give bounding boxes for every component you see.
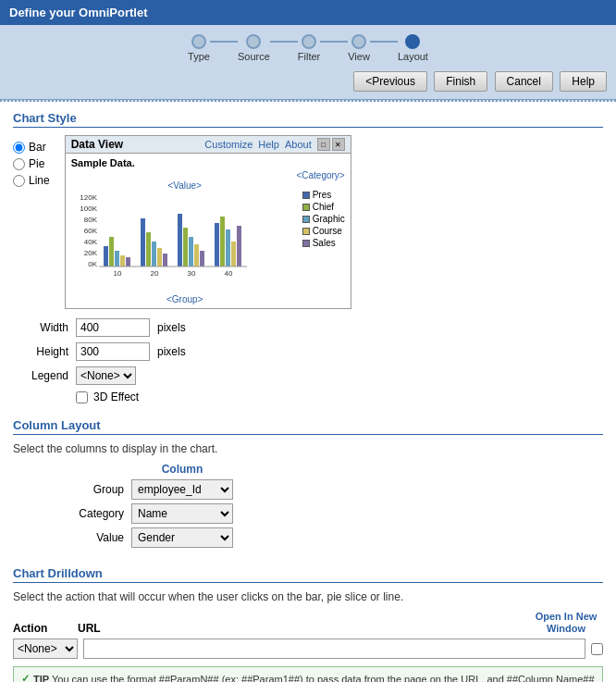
effect3d-checkbox[interactable] bbox=[76, 391, 88, 403]
legend-graphic: Graphic bbox=[302, 214, 345, 224]
step-source-circle bbox=[246, 34, 261, 49]
chart-legend: Pres Chief Graphic bbox=[302, 180, 345, 304]
radio-pie[interactable] bbox=[13, 158, 25, 170]
effect3d-label: 3D Effect bbox=[93, 391, 139, 403]
legend-graphic-label: Graphic bbox=[313, 214, 345, 224]
svg-text:120K: 120K bbox=[80, 193, 97, 202]
step-line-3 bbox=[320, 41, 348, 43]
column-header: Column bbox=[124, 463, 240, 476]
group-label-text: Group bbox=[68, 483, 124, 496]
cancel-button-top[interactable]: Cancel bbox=[495, 71, 553, 92]
svg-text:60K: 60K bbox=[83, 227, 97, 235]
legend-chief-label: Chief bbox=[313, 202, 334, 212]
svg-rect-13 bbox=[146, 232, 151, 267]
value-select[interactable]: employee_Id Name Gender Dept bbox=[131, 527, 233, 548]
step-filter-circle bbox=[302, 34, 316, 49]
step-layout[interactable]: Layout bbox=[398, 34, 428, 62]
svg-text:10: 10 bbox=[113, 269, 121, 278]
svg-rect-8 bbox=[109, 237, 114, 267]
tip-check-icon: ✓ bbox=[21, 673, 30, 682]
drilldown-url-input[interactable] bbox=[83, 639, 585, 659]
svg-text:40: 40 bbox=[224, 269, 232, 278]
value-label: <Value> bbox=[71, 180, 299, 191]
drilldown-header: Chart Drilldown bbox=[13, 566, 603, 583]
legend-select[interactable]: <None> Top Bottom Left Right bbox=[76, 366, 136, 385]
radio-bar-text: Bar bbox=[29, 141, 46, 154]
drilldown-row: <None> bbox=[13, 639, 603, 659]
radio-pie-text: Pie bbox=[29, 157, 44, 170]
close-icon[interactable]: ✕ bbox=[332, 138, 345, 151]
svg-rect-10 bbox=[120, 255, 125, 267]
radio-line-label[interactable]: Line bbox=[13, 174, 50, 187]
about-link[interactable]: About bbox=[285, 139, 312, 150]
chart-settings: Width pixels Height pixels Legend <None>… bbox=[13, 318, 603, 403]
group-select[interactable]: employee_Id Name Gender Dept bbox=[131, 479, 233, 500]
category-row: Category employee_Id Name Gender Dept bbox=[68, 503, 240, 524]
svg-rect-26 bbox=[237, 226, 241, 267]
help-link[interactable]: Help bbox=[258, 139, 279, 150]
column-layout-header: Column Layout bbox=[13, 418, 603, 435]
svg-rect-23 bbox=[220, 217, 225, 267]
radio-pie-label[interactable]: Pie bbox=[13, 157, 50, 170]
drilldown-action-select[interactable]: <None> bbox=[13, 639, 78, 659]
step-line-4 bbox=[370, 41, 398, 43]
chart-canvas: <Value> 120K 100K 80K 60K 40K 20K 0K bbox=[71, 180, 299, 304]
effect3d-row: 3D Effect bbox=[13, 391, 603, 403]
legend-pres: Pres bbox=[302, 190, 345, 200]
svg-text:40K: 40K bbox=[83, 238, 97, 246]
sample-data-title: Sample Data. bbox=[71, 157, 345, 168]
width-unit: pixels bbox=[157, 321, 186, 334]
chart-svg: 120K 100K 80K 60K 40K 20K 0K bbox=[71, 191, 275, 292]
data-view-links: Customize Help About bbox=[204, 139, 311, 150]
width-input[interactable] bbox=[76, 318, 150, 337]
step-layout-label: Layout bbox=[398, 51, 428, 62]
step-view-circle bbox=[351, 34, 366, 49]
radio-line[interactable] bbox=[13, 175, 25, 187]
legend-label: Legend bbox=[13, 369, 68, 382]
legend-graphic-box bbox=[302, 216, 310, 223]
customize-link[interactable]: Customize bbox=[204, 139, 253, 150]
radio-bar-label[interactable]: Bar bbox=[13, 141, 50, 154]
tip-box: ✓ TIP You can use the format ##ParamN## … bbox=[13, 666, 603, 682]
drilldown-window-header: Open In New Window bbox=[529, 611, 603, 635]
step-filter[interactable]: Filter bbox=[298, 34, 320, 62]
title-bar: Define your OmniPortlet bbox=[0, 0, 616, 25]
help-button-top[interactable]: Help bbox=[560, 71, 607, 92]
svg-rect-16 bbox=[163, 254, 167, 267]
value-row: Value employee_Id Name Gender Dept bbox=[68, 527, 240, 548]
tip-text: TIP You can use the format ##ParamN## (e… bbox=[33, 673, 595, 682]
drilldown-table-header: Action URL Open In New Window bbox=[13, 611, 603, 635]
svg-text:20K: 20K bbox=[83, 249, 97, 257]
title-text: Define your OmniPortlet bbox=[9, 6, 148, 19]
drilldown-desc: Select the action that will occur when t… bbox=[13, 590, 603, 603]
step-source[interactable]: Source bbox=[238, 34, 270, 62]
svg-rect-14 bbox=[152, 242, 156, 267]
category-label: <Category> bbox=[71, 170, 345, 180]
data-view-icons: □ ✕ bbox=[317, 138, 345, 151]
finish-button-top[interactable]: Finish bbox=[434, 71, 487, 92]
chart-style-header: Chart Style bbox=[13, 111, 603, 128]
drilldown-action-header: Action bbox=[13, 622, 78, 635]
height-row: Height pixels bbox=[13, 342, 603, 361]
category-select[interactable]: employee_Id Name Gender Dept bbox=[131, 503, 233, 524]
pin-icon[interactable]: □ bbox=[317, 138, 330, 151]
category-label-text: Category bbox=[68, 507, 124, 520]
svg-rect-17 bbox=[178, 214, 182, 267]
legend-sales-label: Sales bbox=[313, 238, 336, 248]
svg-rect-25 bbox=[231, 242, 236, 267]
previous-button-top[interactable]: <Previous bbox=[353, 71, 427, 92]
svg-rect-12 bbox=[141, 218, 145, 267]
svg-rect-9 bbox=[115, 251, 119, 267]
step-view[interactable]: View bbox=[348, 34, 370, 62]
step-type[interactable]: Type bbox=[188, 34, 210, 62]
legend-pres-box bbox=[302, 192, 310, 199]
group-row: Group employee_Id Name Gender Dept bbox=[68, 479, 240, 500]
radio-bar[interactable] bbox=[13, 142, 25, 154]
height-input[interactable] bbox=[76, 342, 150, 361]
tip-body: You can use the format ##ParamN## (ex: #… bbox=[33, 674, 595, 682]
svg-rect-22 bbox=[215, 223, 219, 267]
chart-type-radio-group: Bar Pie Line bbox=[13, 135, 50, 187]
svg-text:100K: 100K bbox=[80, 205, 97, 213]
height-unit: pixels bbox=[157, 345, 186, 358]
drilldown-new-window-checkbox[interactable] bbox=[591, 643, 603, 655]
